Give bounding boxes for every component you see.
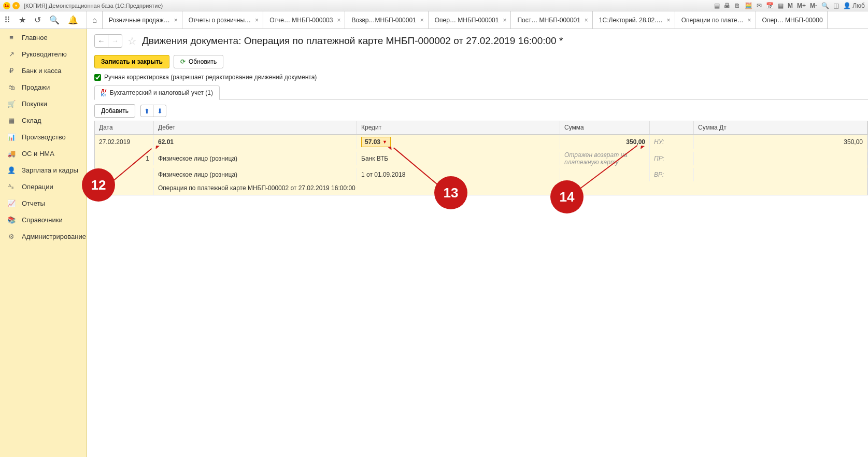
grid-header: Дата Дебет Кредит Сумма Сумма Дт: [95, 121, 867, 135]
sidebar-item-main[interactable]: ≡Главное: [0, 29, 87, 46]
user-icon[interactable]: 👤 Люб: [843, 2, 865, 9]
save-close-button[interactable]: Записать и закрыть: [94, 55, 169, 68]
dropdown-arrow-icon[interactable]: ▼: [382, 139, 387, 145]
sidebar-item-payroll[interactable]: 👤Зарплата и кадры: [0, 162, 87, 178]
sidebar-item-catalogs[interactable]: 📚Справочники: [0, 211, 87, 228]
m-icon[interactable]: M: [788, 2, 793, 9]
tab-item[interactable]: Розничные продаж…×: [103, 11, 182, 28]
grid-body: 27.02.2019 62.01 57.03▼ 350,00 НУ: 350,0…: [95, 135, 867, 195]
calc-icon[interactable]: 🧮: [745, 2, 752, 9]
tab-item[interactable]: Отче… МНБП-000003×: [263, 11, 345, 28]
subtab-accounting[interactable]: ДтКт Бухгалтерский и налоговый учет (1): [94, 85, 220, 100]
main: ← → ☆ Движения документа: Операция по пл…: [87, 29, 868, 457]
close-icon[interactable]: ×: [667, 17, 671, 24]
print-icon[interactable]: 🖶: [724, 2, 730, 9]
accounting-grid: Дата Дебет Кредит Сумма Сумма Дт 27.02.2…: [94, 121, 868, 195]
cell-debit-account[interactable]: 62.01: [154, 135, 357, 149]
titlebar: 1c ▾ [КОПИЯ] Демонстрационная база (1С:П…: [0, 0, 868, 11]
move-arrows: ⬆ ⬇: [140, 105, 166, 117]
star-icon[interactable]: ★: [19, 15, 26, 25]
close-icon[interactable]: ×: [337, 17, 340, 24]
titlebar-tools: ▤ 🖶 🗎 🧮 ✉ 📅 ▦ M M+ M- 🔍 ◫ 👤 Люб: [714, 2, 865, 9]
col-sumdt[interactable]: Сумма Дт: [694, 121, 867, 134]
tab-item[interactable]: Опер… МНБП-000001×: [429, 11, 511, 28]
tab-item[interactable]: Возвр…МНБП-000001×: [345, 11, 428, 28]
dropdown-icon[interactable]: ▾: [12, 2, 20, 9]
sidebar: ≡Главное ↗Руководителю ₽Банк и касса 🛍Пр…: [0, 29, 87, 457]
person-icon: 👤: [7, 166, 16, 174]
sidebar-item-operations[interactable]: ᴬₖОперации: [0, 178, 87, 195]
manual-edit-checkbox[interactable]: [94, 74, 101, 81]
col-date[interactable]: Дата: [95, 121, 154, 134]
tab-item[interactable]: Операции по плате…×: [675, 11, 756, 28]
col-debit[interactable]: Дебет: [154, 121, 357, 134]
cell-debit-subconto[interactable]: Физическое лицо (розница): [154, 168, 357, 181]
tab-item[interactable]: Пост… МНБП-000001×: [511, 11, 592, 28]
doc-icon[interactable]: 🗎: [734, 2, 741, 9]
cell-debit-subconto[interactable]: Физическое лицо (розница): [154, 152, 357, 165]
subtab-row: ДтКт Бухгалтерский и налоговый учет (1): [94, 85, 868, 100]
calendar-icon[interactable]: 📅: [766, 2, 774, 9]
history-icon[interactable]: ↺: [34, 15, 41, 25]
forward-button[interactable]: →: [108, 35, 122, 47]
sidebar-item-assets[interactable]: 🚚ОС и НМА: [0, 145, 87, 162]
sidebar-item-warehouse[interactable]: ▦Склад: [0, 112, 87, 128]
table-row[interactable]: 27.02.2019 62.01 57.03▼ 350,00 НУ: 350,0…: [95, 135, 867, 149]
zoom-icon[interactable]: 🔍: [821, 2, 829, 9]
m-plus-icon[interactable]: M+: [797, 2, 806, 9]
add-button[interactable]: Добавить: [94, 104, 135, 118]
close-icon[interactable]: ×: [255, 17, 259, 24]
apps-icon[interactable]: ⠿: [4, 15, 10, 25]
cell-tax-label: ПР:: [650, 152, 694, 165]
close-icon[interactable]: ×: [503, 17, 506, 24]
col-tax: [650, 121, 694, 134]
cell-tax-label: НУ:: [650, 135, 694, 149]
cell-document[interactable]: Операция по платежной карте МНБП-000002 …: [154, 181, 867, 195]
sidebar-item-admin[interactable]: ⚙Администрирование: [0, 228, 87, 245]
move-up-button[interactable]: ⬆: [141, 105, 153, 117]
manual-edit-label: Ручная корректировка (разрешает редактир…: [104, 74, 317, 81]
m-minus-icon[interactable]: M-: [810, 2, 817, 9]
cell-tax-label: ВР:: [650, 168, 694, 181]
back-button[interactable]: ←: [95, 35, 108, 47]
refresh-button[interactable]: ⟳Обновить: [174, 55, 223, 68]
col-credit[interactable]: Кредит: [357, 121, 560, 134]
sidebar-item-production[interactable]: 📊Производство: [0, 128, 87, 145]
app-logo-icon: 1c: [3, 2, 10, 9]
tool-icon[interactable]: ▤: [714, 2, 720, 9]
mail-icon[interactable]: ✉: [757, 2, 762, 9]
tab-item[interactable]: Опер… МНБП-00000: [756, 11, 828, 28]
sidebar-item-reports[interactable]: 📈Отчеты: [0, 195, 87, 211]
table-row[interactable]: Физическое лицо (розница) 1 от 01.09.201…: [95, 168, 867, 181]
sidebar-item-manager[interactable]: ↗Руководителю: [0, 46, 87, 62]
cart-icon: 🛒: [7, 100, 16, 108]
cell-date[interactable]: 27.02.2019: [95, 135, 154, 149]
sidebar-item-purchases[interactable]: 🛒Покупки: [0, 95, 87, 112]
panel-icon[interactable]: ◫: [833, 2, 839, 9]
bell-icon[interactable]: 🔔: [68, 15, 78, 25]
move-down-button[interactable]: ⬇: [153, 105, 166, 117]
table-row[interactable]: Операция по платежной карте МНБП-000002 …: [95, 181, 867, 195]
nav-buttons: ← →: [94, 34, 122, 48]
search-icon[interactable]: 🔍: [49, 15, 60, 25]
close-icon[interactable]: ×: [174, 17, 178, 24]
truck-icon: 🚚: [7, 150, 16, 158]
tab-item[interactable]: 1С:Лекторий. 28.02.…×: [593, 11, 675, 28]
grid-icon[interactable]: ▦: [778, 2, 784, 9]
table-row[interactable]: 1 Физическое лицо (розница) Банк ВТБ Отр…: [95, 149, 867, 168]
factory-icon: 📊: [7, 133, 16, 141]
sidebar-item-bank[interactable]: ₽Банк и касса: [0, 62, 87, 79]
tab-item[interactable]: Отчеты о розничны…×: [182, 11, 263, 28]
report-icon: 📈: [7, 199, 16, 207]
col-sum[interactable]: Сумма: [560, 121, 650, 134]
tab-home[interactable]: ⌂: [87, 11, 103, 28]
close-icon[interactable]: ×: [748, 17, 751, 24]
cell-credit-subconto[interactable]: Банк ВТБ: [357, 152, 560, 165]
favorite-icon[interactable]: ☆: [127, 35, 137, 47]
cell-sumdt[interactable]: 350,00: [694, 135, 867, 149]
close-icon[interactable]: ×: [585, 17, 588, 24]
sidebar-item-sales[interactable]: 🛍Продажи: [0, 79, 87, 95]
close-icon[interactable]: ×: [420, 17, 424, 24]
cell-desc[interactable]: Отражен возврат на платежную карту: [560, 149, 650, 168]
boxes-icon: ▦: [7, 117, 16, 124]
